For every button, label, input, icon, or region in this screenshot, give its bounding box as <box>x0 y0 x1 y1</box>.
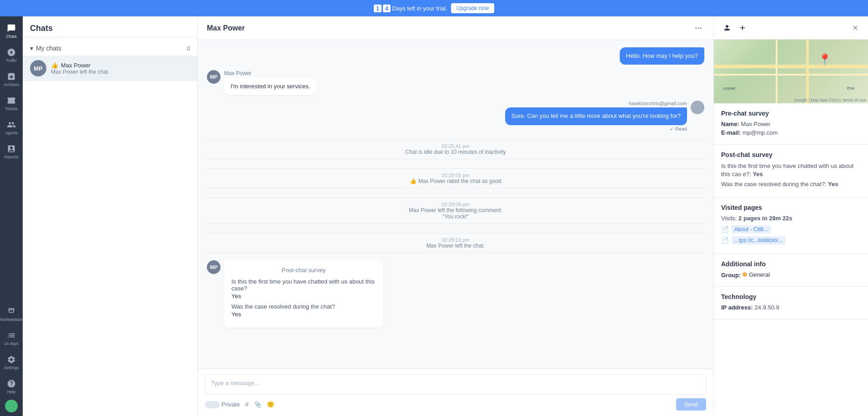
pre-chat-email-row: E-mail: mp@mp.com <box>721 129 861 136</box>
msg-sure-content: hawkinsrchris@gmail.com Sure. Can you te… <box>505 101 687 132</box>
msg-read-status: ✓ Read <box>505 126 687 132</box>
chat-name-mp: Max Power <box>61 62 90 69</box>
post-chat-card-title: Post-chat survey <box>231 267 376 274</box>
upgrade-button[interactable]: Upgrade now <box>451 3 494 13</box>
sidebar: Chats Traffic Archives Tickets Agents Re… <box>0 16 23 416</box>
message-input-area: Type a message... Private # 📎 🙂 Send <box>198 369 713 416</box>
visited-page-2: 📄 ...tps://c...ilolililolo/... <box>721 236 861 244</box>
private-toggle[interactable]: Private <box>205 401 240 408</box>
additional-info-group-val: General <box>743 271 770 278</box>
my-chats-header[interactable]: ▾ My chats 0 <box>23 41 197 56</box>
page-icon-1: 📄 <box>721 226 729 233</box>
system-left-time: 02:29:13 pm <box>207 237 704 243</box>
chat-header: Max Power <box>198 16 713 40</box>
visited-visits: Visits: 2 pages in 28m 22s <box>721 215 861 222</box>
msg-sure: hawkinsrchris@gmail.com Sure. Can you te… <box>207 101 704 132</box>
sidebar-item-help[interactable]: Help <box>0 375 23 398</box>
trial-day2: 4 <box>383 5 391 12</box>
user-avatar[interactable] <box>5 400 18 412</box>
sidebar-item-marketplace[interactable]: Marketplace <box>0 303 23 325</box>
sidebar-item-agents[interactable]: Agents <box>0 117 23 139</box>
sidebar-item-tickets[interactable]: Tickets <box>0 92 23 115</box>
private-toggle-switch[interactable] <box>205 401 220 408</box>
system-comment-text: Max Power left the following comment:"Yo… <box>207 207 704 220</box>
map-location-pin: 📍 <box>818 53 832 66</box>
system-left-text: Max Power left the chat. <box>207 243 704 249</box>
messages-area: Hello. How may I help you? MP Max Power … <box>198 40 713 369</box>
additional-info-section: Additional info Group: General <box>714 254 868 287</box>
close-right-panel-button[interactable] <box>850 22 861 33</box>
map-label-leyner: Leyner <box>723 86 736 91</box>
additional-info-group-label: Group: <box>721 271 741 278</box>
svg-point-0 <box>695 27 697 29</box>
sidebar-item-tickets-label: Tickets <box>5 107 18 111</box>
sidebar-item-reports[interactable]: Reports <box>0 141 23 163</box>
sidebar-item-chats[interactable]: Chats <box>0 20 23 42</box>
sidebar-item-traffic[interactable]: Traffic <box>0 44 23 66</box>
system-rating: 02:29:02 pm 👍 Max Power rated the chat a… <box>207 168 704 188</box>
msg-interested-content: Max Power I'm interested in your service… <box>224 70 316 95</box>
ip-label: IP address: <box>721 304 753 311</box>
map-label-erie: Erie <box>847 86 854 91</box>
page-url-1: About - Clilil... <box>732 225 771 233</box>
right-panel-header <box>714 16 868 40</box>
my-chats-left: ▾ My chats <box>30 45 61 52</box>
msg-interested: MP Max Power I'm interested in your serv… <box>207 70 704 95</box>
msg-sender-mp: Max Power <box>224 70 316 76</box>
msg-interested-bubble: I'm interested in your services. <box>224 78 316 95</box>
sidebar-item-archives[interactable]: Archives <box>0 68 23 91</box>
svg-point-2 <box>700 27 702 29</box>
post-chat-q1: Is this the first time you have chatted … <box>231 278 376 292</box>
post-chat-card: Post-chat survey Is this the first time … <box>224 260 383 328</box>
technology-section: Technology IP address: 24.9.50.9 <box>714 287 868 320</box>
system-left: 02:29:13 pm Max Power left the chat. <box>207 233 704 253</box>
hash-icon[interactable]: # <box>245 401 248 408</box>
add-visitor-button[interactable] <box>721 22 733 34</box>
map-watermark: Google | Map data ©2021 Terms of Use <box>794 98 866 102</box>
msg-hello-bubble: Hello. How may I help you? <box>620 47 704 65</box>
chat-list-panel: Chats ▾ My chats 0 MP 👍 Max Power Max Po… <box>23 16 198 416</box>
sidebar-item-14days[interactable]: 14 days <box>0 327 23 350</box>
sidebar-item-agents-label: Agents <box>5 131 18 135</box>
pre-chat-name-val: Max Power <box>741 121 770 127</box>
post-chat-survey-title: Post-chat survey <box>721 151 861 158</box>
visitor-map: 📍 Leyner Erie Google | Map data ©2021 Te… <box>714 40 868 103</box>
chat-preview-mp: Max Power left the chat. <box>51 69 190 75</box>
post-chat-a2: Yes <box>231 311 376 318</box>
msg-sure-bubble: Sure. Can you tell me a little more abou… <box>505 107 687 125</box>
my-chats-section: ▾ My chats 0 MP 👍 Max Power Max Power le… <box>23 37 197 85</box>
sidebar-item-chats-label: Chats <box>6 34 17 39</box>
pre-chat-survey-title: Pre-chat survey <box>721 110 861 117</box>
sidebar-item-help-label: Help <box>7 390 16 394</box>
sidebar-item-14days-label: 14 days <box>4 341 19 346</box>
chevron-down-icon: ▾ <box>30 45 33 52</box>
emoji-icon[interactable]: 🙂 <box>267 401 274 408</box>
technology-title: Technology <box>721 293 861 300</box>
msg-postchat-content: Post-chat survey Is this the first time … <box>224 260 383 328</box>
system-idle: 02:25:41 pm Chat is idle due to 10 minut… <box>207 139 704 159</box>
ip-val: 24.9.50.9 <box>754 304 779 311</box>
chat-list-header: Chats <box>23 16 197 37</box>
pre-chat-survey-section: Pre-chat survey Name: Max Power E-mail: … <box>714 103 868 145</box>
chat-item-maxpower[interactable]: MP 👍 Max Power Max Power left the chat. <box>23 56 197 81</box>
private-label: Private <box>221 401 240 408</box>
chat-info-mp: 👍 Max Power Max Power left the chat. <box>51 62 190 75</box>
msg-avatar-mp2: MP <box>207 260 221 274</box>
post-chat-a1: Yes <box>231 293 376 299</box>
system-comment-time: 02:29:08 pm <box>207 202 704 207</box>
post-chat-right-q1: Is this the first time you have chatted … <box>721 162 861 178</box>
message-toolbar: Private # 📎 🙂 Send <box>205 398 706 411</box>
trial-banner: 1 4 Days left in your trial. Upgrade now <box>0 0 868 16</box>
right-panel: 📍 Leyner Erie Google | Map data ©2021 Te… <box>713 16 868 416</box>
group-name: General <box>749 271 770 278</box>
pre-chat-email-val: mp@mp.com <box>743 129 778 136</box>
sidebar-item-traffic-label: Traffic <box>6 58 17 63</box>
add-button[interactable] <box>737 22 748 34</box>
sidebar-item-archives-label: Archives <box>4 82 20 87</box>
attachment-icon[interactable]: 📎 <box>254 401 261 408</box>
post-chat-q2: Was the case resolved during the chat? <box>231 303 376 310</box>
sidebar-item-settings[interactable]: Settings <box>0 351 23 374</box>
more-options-button[interactable] <box>692 22 704 34</box>
trial-text: Days left in your trial. <box>392 5 447 12</box>
send-button[interactable]: Send <box>676 398 706 411</box>
